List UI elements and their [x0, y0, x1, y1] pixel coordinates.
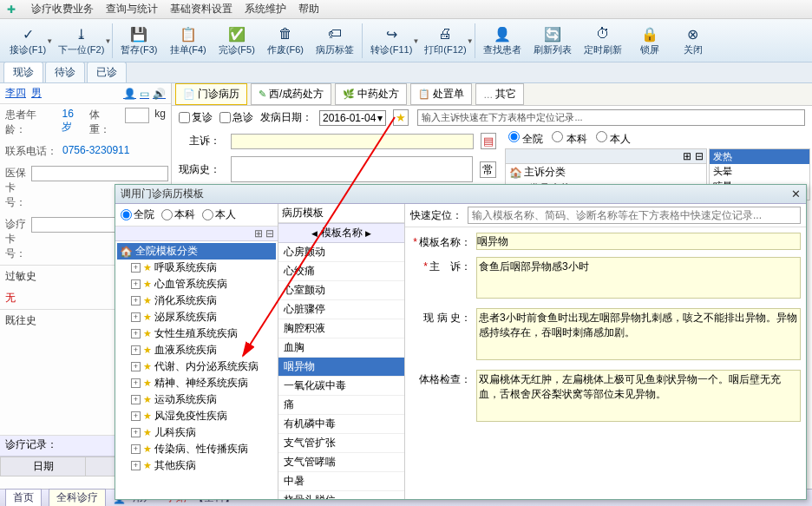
category-root[interactable]: 🏠主诉分类 [506, 164, 706, 181]
menu-item[interactable]: 查询与统计 [106, 2, 158, 16]
dlg-scope-all[interactable]: 全院 [121, 207, 154, 222]
onset-date-picker[interactable]: 2016-01-04▾ [319, 110, 386, 126]
chk-emergency[interactable]: 急诊 [219, 110, 253, 125]
tree-node[interactable]: +★呼吸系统疾病 [129, 260, 276, 276]
template-list-item[interactable]: 心房颤动 [278, 243, 404, 262]
chk-revisit[interactable]: 复诊 [179, 110, 213, 125]
expand-icon[interactable]: + [131, 444, 141, 454]
expand-icon[interactable]: + [131, 395, 141, 404]
tree-node[interactable]: +★血液系统疾病 [129, 342, 276, 358]
dlg-scope-self[interactable]: 本人 [202, 207, 236, 222]
menu-item[interactable]: 帮助 [298, 2, 319, 16]
toolbar-button[interactable]: 👤查找患者 [477, 21, 527, 61]
expand-icon[interactable]: ⊞ [254, 227, 263, 240]
toolbar-button[interactable]: 📋挂单(F4) [164, 21, 213, 61]
tree-node[interactable]: +★其他疾病 [129, 457, 276, 474]
tree-node[interactable]: +★女性生殖系统疾病 [129, 325, 276, 342]
expand-icon[interactable]: + [131, 296, 141, 306]
toolbar-button[interactable]: ✓接诊(F1)▼ [3, 21, 52, 61]
scope-dept[interactable]: 本科 [552, 131, 586, 147]
expand-icon[interactable]: + [131, 411, 141, 421]
tree-node[interactable]: +★风湿免疫性疾病 [129, 408, 276, 424]
star-button[interactable]: ★ [393, 109, 409, 126]
expand-icon[interactable]: + [131, 329, 141, 338]
sound-icon[interactable]: 🔊 [153, 88, 166, 100]
tab-done[interactable]: 已诊 [87, 62, 127, 82]
tpl-tigejc-input[interactable] [476, 370, 801, 422]
template-list-item[interactable]: 痛 [278, 396, 404, 415]
scope-all[interactable]: 全院 [508, 131, 543, 147]
expand-icon[interactable]: + [131, 345, 141, 355]
menu-item[interactable]: 诊疗收费业务 [31, 2, 94, 16]
tab-current[interactable]: 现诊 [3, 62, 43, 82]
medcard-input[interactable] [31, 166, 168, 181]
tree-node[interactable]: +★精神、神经系统疾病 [129, 375, 276, 391]
toolbar-button[interactable]: 🗑作废(F6) [261, 21, 310, 61]
zhusu-action-icon[interactable]: ▤ [481, 133, 496, 149]
template-list-item[interactable]: 心室颤动 [278, 281, 404, 300]
xianbing-input[interactable] [231, 156, 473, 182]
zhusu-input[interactable] [231, 134, 474, 149]
idcard-icon[interactable]: ▭ [140, 88, 149, 100]
tree-node[interactable]: +★泌尿系统疾病 [129, 309, 276, 325]
tree-node[interactable]: +★消化系统疾病 [129, 292, 276, 309]
symptom-item[interactable]: 发热 [710, 149, 809, 164]
tab-home[interactable]: 首页 [5, 489, 42, 506]
toolbar-button[interactable]: ⊗关闭 [671, 21, 715, 61]
patient-name[interactable]: 李四 [5, 86, 26, 101]
symptom-item[interactable]: 头晕 [710, 164, 809, 179]
close-icon[interactable]: ✕ [791, 187, 801, 200]
collapse-icon[interactable]: ⊟ [265, 227, 274, 240]
chang-button[interactable]: 常 [480, 161, 496, 178]
scope-self[interactable]: 本人 [596, 131, 631, 147]
tree-node[interactable]: +★代谢、内分泌系统疾病 [129, 358, 276, 375]
record-tab[interactable]: 🌿中药处方 [335, 83, 407, 105]
tree-root[interactable]: 🏠全院模板分类 [117, 243, 276, 260]
person-icon[interactable]: 👤 [123, 88, 136, 100]
template-list-item[interactable]: 桡骨头脱位 [278, 491, 404, 499]
tab-dept[interactable]: 全科诊疗 [49, 489, 106, 506]
template-list-item[interactable]: 心脏骤停 [278, 300, 404, 319]
record-tab[interactable]: 📄门诊病历 [175, 83, 247, 105]
tree-node[interactable]: +★心血管系统疾病 [129, 276, 276, 292]
toolbar-button[interactable]: ↪转诊(F11)▼ [364, 21, 418, 61]
expand-icon[interactable]: + [131, 312, 141, 322]
weight-input[interactable] [125, 108, 149, 123]
toolbar-button[interactable]: 💾暂存(F3) [115, 21, 163, 61]
template-list-item[interactable]: 中暑 [278, 472, 404, 491]
record-tab[interactable]: 📋处置单 [410, 83, 472, 105]
toolbar-button[interactable]: ✅完诊(F5) [213, 21, 261, 61]
dlg-scope-dept[interactable]: 本科 [161, 207, 195, 222]
menu-item[interactable]: 基础资料设置 [170, 2, 232, 16]
toolbar-button[interactable]: 🖨打印(F12)▼ [418, 21, 472, 61]
tree-node[interactable]: +★传染病、性传播疾病 [129, 441, 276, 457]
template-list-item[interactable]: 支气管哮喘 [278, 453, 404, 472]
expand-icon[interactable]: + [131, 362, 141, 371]
dialog-titlebar[interactable]: 调用门诊病历模板 ✕ [115, 185, 806, 204]
toolbar-button[interactable]: ⤓下一位(F2)▼ [52, 21, 110, 61]
toolbar-button[interactable]: ⏱定时刷新 [578, 21, 628, 61]
template-list-item[interactable]: 一氧化碳中毒 [278, 377, 404, 396]
expand-collapse-icon[interactable]: ⊞ ⊟ [683, 150, 703, 162]
expand-icon[interactable]: + [131, 461, 141, 470]
toolbar-button[interactable]: 🔄刷新列表 [527, 21, 578, 61]
expand-icon[interactable]: + [131, 279, 141, 289]
toolbar-button[interactable]: 🔒锁屏 [628, 21, 671, 61]
tpl-name-input[interactable] [476, 233, 801, 250]
tpl-xianbing-input[interactable] [476, 308, 801, 360]
template-list-item[interactable]: 血胸 [278, 338, 404, 358]
template-list-item[interactable]: 心绞痛 [278, 262, 404, 281]
tab-waiting[interactable]: 待诊 [45, 62, 85, 82]
tree-node[interactable]: +★儿科疾病 [129, 424, 276, 441]
tpl-zhusu-input[interactable] [476, 257, 801, 299]
tree-node[interactable]: +★运动系统疾病 [129, 391, 276, 408]
toolbar-button[interactable]: 🏷病历标签 [310, 21, 360, 61]
expand-icon[interactable]: + [131, 428, 141, 437]
template-list-item[interactable]: 支气管扩张 [278, 434, 404, 453]
expand-icon[interactable]: + [131, 378, 141, 388]
expand-icon[interactable]: + [131, 263, 141, 273]
template-list-item[interactable]: 咽异物 [278, 358, 404, 377]
record-tab[interactable]: …其它 [475, 83, 524, 105]
record-tab[interactable]: ✎西/成药处方 [251, 83, 331, 105]
template-list-item[interactable]: 胸腔积液 [278, 319, 404, 338]
